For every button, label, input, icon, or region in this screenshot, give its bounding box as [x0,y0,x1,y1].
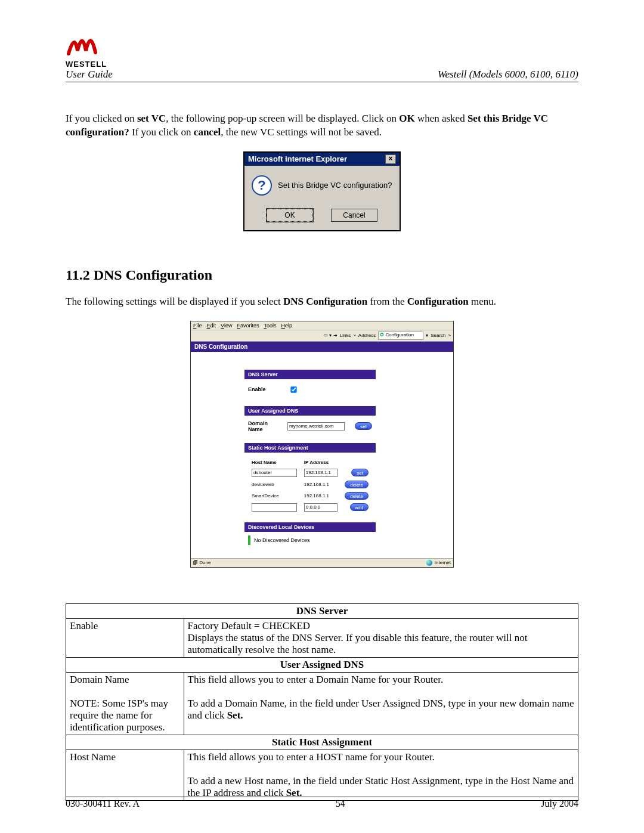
brand-block: WESTELL User Guide [66,30,113,80]
table-cell: Factory Default = CHECKED Displays the s… [184,618,578,657]
ip-cell: 192.168.1.1 [302,479,340,490]
table-header: Static Host Assignment [66,735,578,750]
table-cell: Enable [66,618,184,657]
ok-button[interactable]: OK [267,209,313,222]
text: , the following pop-up screen will be di… [166,113,399,124]
menu-edit[interactable]: Edit [207,323,216,329]
section-intro: The following settings will be displayed… [66,295,578,309]
text: This field allows you to enter a Domain … [188,674,444,685]
text-bold: cancel [194,126,221,138]
set-button[interactable]: set [351,469,369,476]
panel-header: Static Host Assignment [244,443,376,453]
text: If you clicked on [66,113,137,124]
table-cell: This field allows you to enter a HOST na… [184,750,578,800]
host-input[interactable] [252,469,297,477]
host-cell: SmartDevice [249,491,301,501]
text: This field allows you to enter a HOST na… [188,751,435,763]
delete-button[interactable]: delete [345,481,369,488]
text: when asked [415,113,467,124]
table-row: set [249,467,371,478]
text: from the [367,296,407,307]
close-icon[interactable]: × [385,154,396,164]
panel-header: User Assigned DNS [244,406,376,416]
text: menu. [469,296,496,307]
enable-label: Enable [248,386,284,392]
host-cell: deviceweb [249,479,301,490]
table-row: SmartDevice192.168.1.1delete [249,491,371,501]
ip-input[interactable] [304,503,338,512]
domain-input[interactable] [287,422,345,431]
table-header: DNS Server [66,603,578,618]
cancel-button[interactable]: Cancel [331,209,377,222]
links-label[interactable]: Links [340,333,351,338]
add-button[interactable]: add [350,503,369,511]
dialog-title: Microsoft Internet Explorer [248,154,347,163]
col-ip: IP Address [302,459,340,466]
col-host: Host Name [249,459,301,466]
status-internet: Internet [435,560,451,565]
model-label: Westell (Models 6000, 6100, 6110) [438,69,578,80]
enable-checkbox[interactable] [290,386,296,392]
menu-favorites[interactable]: Favorites [237,323,259,329]
table-cell: Host Name [66,750,184,800]
westell-logo-icon [66,30,107,60]
table-cell: This field allows you to enter a Domain … [184,672,578,735]
panel-header: Discovered Local Devices [244,522,376,532]
table-row: add [249,502,371,513]
ip-cell: 192.168.1.1 [302,491,340,501]
intro-paragraph: If you clicked on set VC, the following … [66,112,578,140]
reference-table: DNS Server Enable Factory Default = CHEC… [66,603,578,801]
domain-label: Domain Name [248,420,284,432]
browser-toolbar: ⇦ ▾ ➔ Links » Address ✪ Configuration ▾ … [191,330,453,342]
search-label[interactable]: Search [431,333,445,338]
delete-button[interactable]: delete [345,492,369,500]
host-input[interactable] [252,503,297,512]
footer-page: 54 [336,798,345,809]
menu-tools[interactable]: Tools [264,323,276,329]
footer-rev: 030-300411 Rev. A [66,798,140,809]
section-number: 11.2 [66,267,90,283]
table-header: User Assigned DNS [66,657,578,672]
page-header: WESTELL User Guide Westell (Models 6000,… [66,30,578,82]
address-value: Configuration [385,332,414,337]
text-bold: Configuration [407,296,469,307]
discovered-message: No Discovered Devices [254,537,310,543]
brand-name: WESTELL [66,60,107,69]
text: If you click on [129,126,194,138]
discovered-devices-panel: Discovered Local Devices No Discovered D… [244,522,376,549]
address-input[interactable]: ✪ Configuration [378,332,423,340]
text: The following settings will be displayed… [66,296,283,307]
menu-view[interactable]: View [221,323,232,329]
browser-window: File Edit View Favorites Tools Help ⇦ ▾ … [190,321,454,568]
menu-file[interactable]: File [193,323,202,329]
user-guide-label: User Guide [66,69,113,80]
dialog-titlebar: Microsoft Internet Explorer × [244,153,400,166]
status-indicator-icon [248,535,250,545]
text-bold: Set. [227,710,243,721]
table-cell: Domain Name NOTE: Some ISP's may require… [66,672,184,735]
browser-menu[interactable]: File Edit View Favorites Tools Help [191,321,453,330]
globe-icon [426,560,432,566]
text-bold: DNS Configuration [283,296,367,307]
question-icon: ? [252,175,272,196]
text-bold: OK [399,113,414,124]
table-row: deviceweb192.168.1.1delete [249,479,371,490]
ip-input[interactable] [304,469,338,477]
text: , the new VC settings will not be saved. [221,126,382,138]
browser-statusbar: 🗐 Done Internet [191,558,453,567]
section-heading: 11.2 DNS Configuration [66,267,578,283]
footer-date: July 2004 [541,798,578,809]
address-label: Address [358,333,376,338]
panel-header: DNS Server [244,370,376,379]
dns-server-panel: DNS Server Enable [244,370,376,402]
set-button[interactable]: set [355,422,372,430]
user-assigned-dns-panel: User Assigned DNS Domain Name set [244,406,376,439]
text: To add a Domain Name, in the field under… [188,698,574,721]
text: To add a new Host name, in the field und… [188,775,574,798]
dialog-message: Set this Bridge VC configuration? [278,181,392,190]
text-bold: set VC [137,113,166,124]
menu-help[interactable]: Help [281,323,292,329]
page-title-bar: DNS Configuration [191,342,453,352]
page-footer: 030-300411 Rev. A 54 July 2004 [66,797,578,809]
section-title: DNS Configuration [94,267,212,283]
